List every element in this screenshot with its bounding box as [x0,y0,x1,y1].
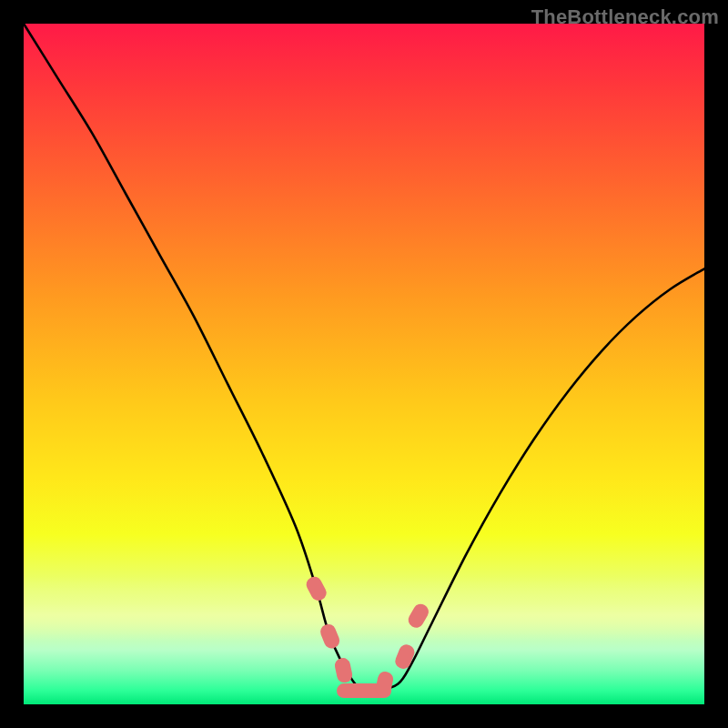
curve-marker [393,642,417,671]
markers-group [304,574,431,698]
bottleneck-curve [24,24,704,692]
chart-stage: TheBottleneck.com [0,0,728,728]
plot-area [24,24,704,704]
curve-marker [304,574,329,603]
curve-svg [24,24,704,704]
curve-marker [406,602,431,631]
curve-marker [333,657,353,684]
curve-marker [318,622,342,650]
